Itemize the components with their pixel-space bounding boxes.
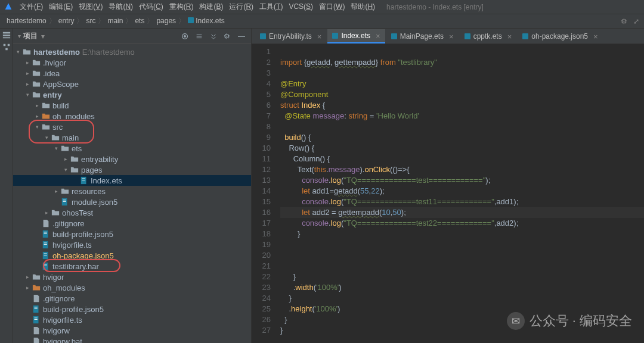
breadcrumb-item[interactable]: hartestdemo	[5, 17, 48, 25]
tree-item[interactable]: ▸.idea	[13, 68, 251, 79]
code-line[interactable]: Text(this.message).onClick(()=>{	[280, 164, 644, 175]
menu-item[interactable]: 文件(F)	[17, 1, 46, 12]
tree-item[interactable]: hvigorfile.ts	[13, 314, 251, 325]
tree-item[interactable]: ▸hvigor	[13, 272, 251, 282]
chevron-down-icon[interactable]: ▾	[41, 32, 45, 40]
code-line[interactable]: @Component	[280, 89, 644, 100]
code-line[interactable]: }	[280, 229, 644, 239]
menu-item[interactable]: 视图(V)	[76, 1, 106, 12]
code-line[interactable]	[280, 250, 644, 261]
tree-item[interactable]: hvigorw.bat	[13, 336, 251, 343]
code-line[interactable]: import {getadd, gettempadd} from "testli…	[280, 57, 644, 68]
editor-tab[interactable]: EntryAbility.ts×	[255, 29, 326, 43]
expand-all-icon[interactable]	[195, 32, 203, 40]
code-line[interactable]	[280, 46, 644, 57]
close-tab-icon[interactable]: ×	[317, 32, 322, 41]
tree-root[interactable]: ▾hartestdemo E:\hartestdemo	[13, 46, 251, 57]
tree-item[interactable]: hvigorfile.ts	[13, 239, 251, 250]
breadcrumb-item[interactable]: src	[84, 17, 97, 25]
code-line[interactable]	[280, 261, 644, 272]
tree-item[interactable]: ▸build	[13, 100, 251, 111]
tree-item[interactable]: ▸ohosTest	[13, 207, 251, 218]
tree-item[interactable]: ▸AppScope	[13, 79, 251, 89]
breadcrumb-item[interactable]: entry	[57, 17, 76, 25]
expand-icon[interactable]: ⤢	[633, 17, 639, 26]
tree-item[interactable]: ▾pages	[13, 164, 251, 175]
code-line[interactable]: }	[280, 293, 644, 304]
tree-item[interactable]: oh-package.json5	[13, 250, 251, 261]
close-tab-icon[interactable]: ×	[507, 32, 512, 41]
app-logo-icon	[4, 2, 13, 12]
code-line[interactable]: console.log("TQ=============test11======…	[280, 197, 644, 207]
tree-item[interactable]: .gitignore	[13, 293, 251, 304]
editor-tab[interactable]: MainPage.ets×	[386, 29, 459, 43]
tree-item[interactable]: ▸entryability	[13, 154, 251, 164]
menu-item[interactable]: VCS(S)	[286, 1, 316, 12]
structure-icon[interactable]	[2, 43, 11, 51]
code-content[interactable]: import {getadd, gettempadd} from "testli…	[275, 44, 644, 343]
code-line[interactable]	[280, 68, 644, 79]
breadcrumb-item[interactable]: main	[106, 17, 125, 25]
editor-tab[interactable]: oh-package.json5×	[518, 29, 602, 43]
project-view-icon[interactable]	[2, 31, 11, 39]
code-line[interactable]: build() {	[280, 132, 644, 143]
code-line[interactable]: @Entry	[280, 79, 644, 89]
code-line[interactable]	[280, 121, 644, 132]
tree-item[interactable]: .gitignore	[13, 218, 251, 229]
menu-item[interactable]: 导航(N)	[106, 1, 136, 12]
tree-item[interactable]: Index.ets	[13, 175, 251, 186]
menu-item[interactable]: 工具(T)	[256, 1, 286, 12]
tree-item[interactable]: ▾entry	[13, 89, 251, 100]
close-tab-icon[interactable]: ×	[376, 32, 380, 40]
gear-icon[interactable]: ⚙	[621, 17, 627, 26]
svg-rect-13	[63, 201, 66, 202]
menu-item[interactable]: 构建(B)	[196, 1, 226, 12]
tree-item[interactable]: ▸oh_modules	[13, 282, 251, 293]
tree-item[interactable]: build-profile.json5	[13, 229, 251, 239]
tree-item[interactable]: ▾ets	[13, 143, 251, 154]
tree-item[interactable]: ▸oh_modules	[13, 111, 251, 121]
close-tab-icon[interactable]: ×	[449, 32, 454, 41]
menu-item[interactable]: 运行(R)	[226, 1, 256, 12]
menu-item[interactable]: 窗口(W)	[316, 1, 348, 12]
menu-item[interactable]: 重构(R)	[166, 1, 197, 12]
code-line[interactable]	[280, 239, 644, 250]
project-label[interactable]: 项目	[23, 31, 38, 41]
code-line[interactable]: }	[280, 272, 644, 282]
tree-item[interactable]: hvigorw	[13, 325, 251, 336]
breadcrumb-item[interactable]: ets	[133, 17, 146, 25]
tree-item[interactable]: testlibrary.har	[13, 261, 251, 272]
code-line[interactable]: .width('100%')	[280, 282, 644, 293]
tree-item[interactable]: ▾main	[13, 132, 251, 143]
code-line[interactable]: console.log("TQ=============test========…	[280, 175, 644, 186]
close-tab-icon[interactable]: ×	[593, 32, 598, 41]
tree-item[interactable]: module.json5	[13, 197, 251, 207]
code-line[interactable]: @State message: string = 'Hello World'	[280, 111, 644, 121]
menu-item[interactable]: 代码(C)	[136, 1, 166, 12]
tree-item[interactable]: ▸resources	[13, 186, 251, 197]
code-line[interactable]: let add1=getadd(55,22);	[280, 186, 644, 197]
tree-item[interactable]: build-profile.json5	[13, 304, 251, 314]
code-line[interactable]: let add2 = gettempadd(10,50);	[280, 207, 644, 218]
breadcrumb-item[interactable]: Index.ets	[186, 17, 227, 25]
code-line[interactable]: struct Index {	[280, 100, 644, 111]
code-line[interactable]: Row() {	[280, 143, 644, 154]
collapse-all-icon[interactable]	[209, 32, 218, 40]
code-line[interactable]: Column() {	[280, 154, 644, 164]
menu-item[interactable]: 编辑(E)	[46, 1, 76, 12]
project-tree[interactable]: ▾hartestdemo E:\hartestdemo▸.hvigor▸.ide…	[13, 44, 251, 343]
locate-icon[interactable]	[181, 32, 189, 40]
editor-tab[interactable]: Index.ets×	[327, 29, 385, 43]
project-dropdown-icon[interactable]: ▾	[18, 33, 21, 39]
window-title: hartestdemo - Index.ets [entry]	[386, 3, 484, 11]
wechat-icon: ✉	[507, 312, 525, 330]
editor-tabs: EntryAbility.ts×Index.ets×MainPage.ets×c…	[252, 29, 644, 44]
tree-item[interactable]: ▾src	[13, 121, 251, 132]
menu-item[interactable]: 帮助(H)	[348, 1, 378, 12]
breadcrumb-item[interactable]: pages	[154, 17, 178, 25]
code-line[interactable]: console.log("TQ=============test22======…	[280, 218, 644, 229]
editor-tab[interactable]: cpptk.ets×	[460, 29, 517, 43]
tree-item[interactable]: ▸.hvigor	[13, 57, 251, 68]
hide-panel-icon[interactable]: —	[238, 32, 246, 40]
settings-icon[interactable]: ⚙	[224, 32, 232, 40]
